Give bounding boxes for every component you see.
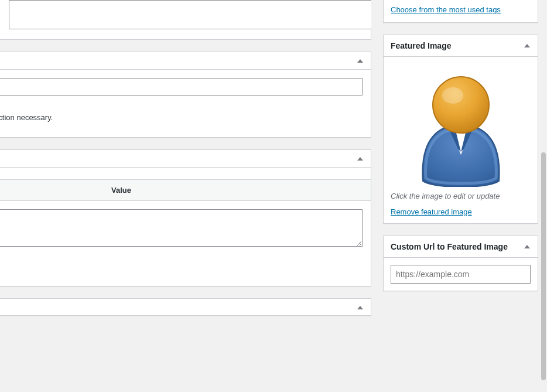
choose-used-tags-link[interactable]: Choose from the most used tags (391, 5, 501, 14)
remove-featured-image-link[interactable]: Remove featured image (391, 207, 472, 216)
featured-image-howto: Click the image to edit or update (391, 192, 531, 200)
excerpt-textarea[interactable] (9, 0, 371, 29)
custom-field-value-textarea[interactable] (0, 209, 363, 247)
trackback-input[interactable] (0, 78, 363, 96)
svg-point-1 (442, 87, 463, 104)
toggle-panel-icon[interactable] (350, 297, 371, 318)
featured-image-thumbnail[interactable] (408, 70, 514, 187)
custom-url-box: Custom Url to Featured Image (383, 236, 538, 291)
toggle-panel-icon[interactable] (517, 35, 538, 56)
trackbacks-box: atically using pingbacks, no other actio… (0, 52, 371, 138)
pingback-text: atically using pingbacks, no other actio… (0, 110, 363, 129)
scrollbar-thumb[interactable] (541, 152, 546, 380)
custom-url-title: Custom Url to Featured Image (384, 237, 517, 256)
main-column: atically using pingbacks, no other actio… (0, 0, 371, 392)
toggle-panel-icon[interactable] (350, 148, 371, 169)
toggle-panel-icon[interactable] (350, 50, 371, 71)
featured-image-title: Featured Image (384, 36, 517, 55)
svg-point-0 (433, 77, 489, 133)
custom-url-input[interactable] (391, 265, 531, 284)
tags-box: Choose from the most used tags (383, 0, 538, 23)
next-box (0, 298, 371, 316)
custom-fields-value-header: Value (0, 179, 371, 201)
featured-image-box: Featured Image (383, 35, 538, 224)
excerpt-box (0, 0, 371, 40)
sidebar-column: Choose from the most used tags Featured … (383, 0, 547, 392)
vertical-scrollbar[interactable] (540, 0, 547, 392)
toggle-panel-icon[interactable] (517, 236, 538, 257)
custom-fields-box: Value (0, 149, 371, 287)
